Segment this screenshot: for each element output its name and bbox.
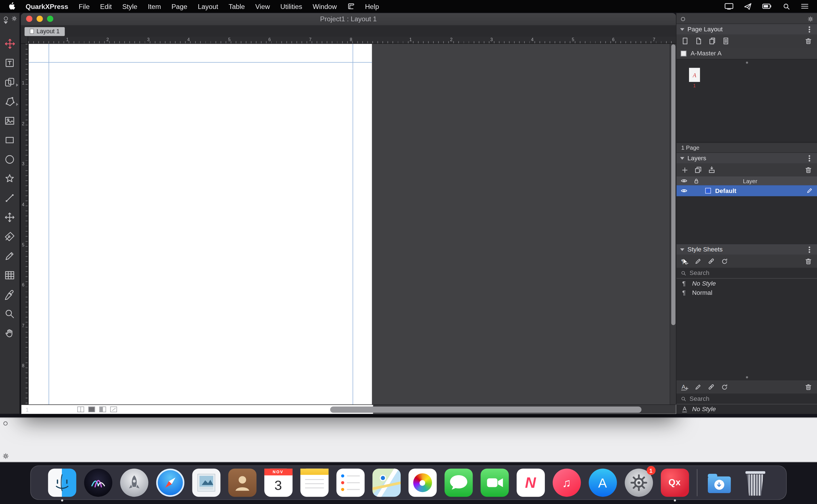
edit-layer-icon[interactable] <box>806 187 813 194</box>
item-move-tool[interactable] <box>3 211 16 224</box>
starburst-tool[interactable] <box>3 172 16 185</box>
menu-item[interactable]: Window <box>308 2 342 10</box>
dock-safari-icon[interactable] <box>156 468 184 497</box>
delete-style-icon[interactable] <box>804 383 812 391</box>
disclosure-icon[interactable] <box>680 157 684 159</box>
paragraph-style-row[interactable]: ¶ No Style <box>677 279 817 288</box>
line-tool[interactable] <box>3 192 16 205</box>
duplicate-layer-icon[interactable] <box>694 166 702 174</box>
airdrop-status-icon[interactable] <box>744 2 752 10</box>
link-style-icon[interactable] <box>707 383 715 391</box>
page-layout-header[interactable]: Page Layout <box>677 24 817 34</box>
dock-quarkxpress-icon[interactable]: Qx <box>661 468 689 497</box>
dock-facetime-icon[interactable] <box>480 468 509 497</box>
page-1[interactable] <box>29 44 372 404</box>
item-tool[interactable] <box>3 37 16 50</box>
dock-messages-icon[interactable] <box>444 468 473 497</box>
dock-launchpad-icon[interactable] <box>120 468 148 497</box>
dock-reminders-icon[interactable] <box>336 468 365 497</box>
text-linking-tool[interactable] <box>3 76 16 89</box>
dock-system-preferences-icon[interactable]: 1 <box>625 468 653 497</box>
panel-resize-handle[interactable] <box>746 376 748 378</box>
text-unlinking-tool[interactable] <box>3 95 16 108</box>
palette-menu-icon[interactable] <box>806 29 813 30</box>
notification-center-icon[interactable] <box>801 3 809 9</box>
menu-item[interactable]: Utilities <box>275 2 308 10</box>
merge-layers-icon[interactable] <box>708 166 716 174</box>
right-margin-guide[interactable] <box>353 44 353 404</box>
vertical-scrollbar-thumb[interactable] <box>671 44 675 325</box>
delete-layer-icon[interactable] <box>804 166 812 174</box>
new-layer-icon[interactable] <box>681 166 689 173</box>
spotlight-search-icon[interactable] <box>783 2 790 10</box>
top-margin-guide[interactable] <box>29 62 372 63</box>
dock-maps-icon[interactable] <box>372 468 400 497</box>
left-margin-guide[interactable] <box>49 44 49 404</box>
new-page-icon[interactable] <box>681 37 689 45</box>
pan-tool[interactable] <box>3 327 16 340</box>
vertical-ruler[interactable]: 12345678 <box>21 44 28 404</box>
title-bar[interactable]: Project1 : Layout 1 <box>21 13 676 26</box>
delete-style-icon[interactable] <box>804 257 812 265</box>
page-properties-icon[interactable] <box>722 37 730 45</box>
dock-calendar-icon[interactable]: NOV 3 <box>264 468 292 497</box>
dock-appstore-icon[interactable]: A <box>588 468 617 497</box>
picture-content-tool[interactable] <box>3 114 16 128</box>
menu-app-name[interactable]: QuarkXPress <box>20 2 74 10</box>
palette-settings-gear-icon[interactable] <box>3 453 9 459</box>
display-status-icon[interactable] <box>725 3 734 10</box>
dock-photos-icon[interactable] <box>408 468 436 497</box>
character-style-row[interactable]: A No Style <box>677 404 817 414</box>
bezier-pen-tool[interactable] <box>3 230 16 243</box>
menu-item[interactable]: Style <box>117 2 142 10</box>
dock-finder-icon[interactable] <box>48 468 76 497</box>
apple-menu[interactable] <box>3 2 20 10</box>
palette-collapse-icon[interactable] <box>3 421 8 427</box>
style-sheets-header[interactable]: Style Sheets <box>677 244 817 255</box>
table-tool[interactable] <box>3 269 16 282</box>
horizontal-scrollbar-thumb[interactable] <box>330 406 642 413</box>
close-window-button[interactable] <box>26 16 32 22</box>
panel-resize-handle[interactable] <box>746 62 748 63</box>
horizontal-ruler[interactable]: 123456781234567 <box>28 37 676 44</box>
dock-trash-icon[interactable] <box>741 468 769 497</box>
layout-tab[interactable]: Layout 1 <box>25 27 65 36</box>
script-menu-icon[interactable] <box>342 3 360 10</box>
layer-row[interactable]: Default <box>677 185 817 196</box>
dock-music-icon[interactable]: ♫ <box>552 468 581 497</box>
menu-item[interactable]: File <box>73 2 95 10</box>
duplicate-page-icon[interactable] <box>708 37 716 45</box>
dock-notes-icon[interactable] <box>300 468 328 497</box>
link-style-icon[interactable] <box>707 257 715 265</box>
menu-item[interactable]: Item <box>142 2 166 10</box>
zoom-window-button[interactable] <box>47 16 53 22</box>
page-thumbnail[interactable]: A <box>689 68 700 82</box>
new-master-page-icon[interactable] <box>695 37 703 45</box>
character-style-search[interactable]: Search <box>677 394 817 404</box>
palette-settings-gear-icon[interactable] <box>807 16 813 22</box>
freehand-pencil-tool[interactable] <box>3 249 16 263</box>
visibility-column-icon[interactable] <box>681 177 687 184</box>
lock-column-icon[interactable] <box>693 178 700 184</box>
edit-style-icon[interactable] <box>694 258 702 265</box>
update-style-icon[interactable] <box>721 383 728 390</box>
menu-item[interactable]: Edit <box>95 2 117 10</box>
view-split-button[interactable] <box>99 406 106 412</box>
edit-style-icon[interactable] <box>694 383 702 390</box>
pages-area[interactable]: A 1 <box>677 59 817 143</box>
new-character-style-icon[interactable]: A <box>681 384 689 390</box>
disclosure-icon[interactable] <box>680 248 684 251</box>
horizontal-scrollbar[interactable] <box>330 406 642 413</box>
oval-box-tool[interactable] <box>3 153 16 166</box>
menu-item[interactable]: Table <box>224 2 250 10</box>
view-spreads-button[interactable] <box>77 406 84 412</box>
view-single-page-button[interactable] <box>88 406 95 412</box>
palette-menu-icon[interactable] <box>806 249 813 250</box>
menu-item[interactable]: View <box>250 2 275 10</box>
dock-siri-icon[interactable] <box>84 468 112 497</box>
dock-downloads-icon[interactable] <box>705 468 733 497</box>
menu-item[interactable]: Layout <box>192 2 224 10</box>
zoom-tool[interactable] <box>3 307 16 321</box>
master-page-row[interactable]: A-Master A <box>677 48 817 59</box>
view-export-button[interactable] <box>110 406 117 412</box>
